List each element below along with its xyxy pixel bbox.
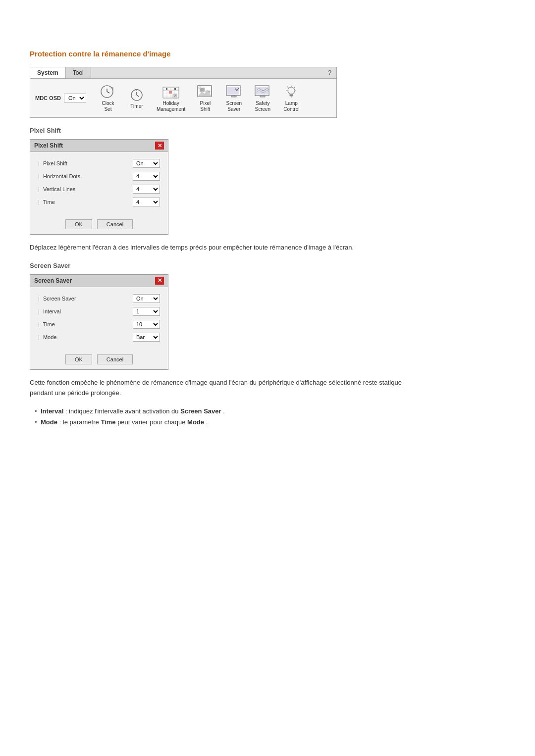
- toolbar-item-screen-saver[interactable]: Screen Saver: [220, 82, 248, 114]
- screen-saver-icon: [225, 84, 243, 100]
- screen-saver-row-3: | Mode BarPixelFading: [38, 333, 160, 342]
- pixel-shift-dialog-title: Pixel Shift: [34, 142, 63, 149]
- svg-rect-17: [174, 88, 176, 90]
- screen-saver-header: Screen Saver: [30, 262, 505, 269]
- bullet-mode: Mode : le paramètre Time peut varier pou…: [35, 417, 505, 428]
- pixel-shift-row-2: | Vertical Lines 426: [38, 185, 160, 194]
- toolbar-item-safety-screen[interactable]: Safety Screen: [249, 82, 276, 114]
- screen-saver-row-2-dropdown[interactable]: 10515: [133, 320, 160, 329]
- pixel-shift-row-0-label: | Pixel Shift: [38, 160, 133, 166]
- pixel-shift-ok-button[interactable]: OK: [65, 219, 92, 229]
- clock-set-label: Clock Set: [102, 101, 114, 112]
- screen-saver-row-3-label: | Mode: [38, 334, 133, 340]
- screen-saver-titlebar: Screen Saver ✕: [30, 275, 168, 287]
- svg-line-5: [137, 95, 139, 97]
- svg-rect-32: [231, 96, 236, 97]
- svg-rect-15: [169, 91, 172, 94]
- screen-saver-row-0-label: | Screen Saver: [38, 296, 133, 302]
- timer-label: Timer: [130, 103, 143, 109]
- bullet-mode-bold: Mode: [41, 418, 57, 426]
- bullet-mode-text: : le paramètre: [59, 418, 101, 426]
- svg-rect-16: [166, 88, 167, 90]
- help-icon[interactable]: ?: [323, 67, 336, 78]
- pixel-shift-label: Pixel Shift: [200, 101, 211, 112]
- bullet-mode-highlight-time: Time: [101, 418, 115, 426]
- safety-screen-icon: [254, 84, 271, 100]
- screen-saver-row-1: | Interval 123: [38, 307, 160, 316]
- svg-line-40: [287, 87, 288, 88]
- screen-saver-cancel-button[interactable]: Cancel: [97, 354, 133, 364]
- pixel-shift-row-2-dropdown[interactable]: 426: [133, 185, 160, 194]
- bullet-interval-suffix: .: [223, 407, 225, 415]
- pixel-shift-footer: OK Cancel: [30, 215, 168, 234]
- pixel-shift-titlebar: Pixel Shift ✕: [30, 140, 168, 152]
- screen-saver-row-1-label: | Interval: [38, 308, 133, 314]
- page-title: Protection contre la rémanence d'image: [30, 50, 505, 58]
- tab-system[interactable]: System: [30, 67, 66, 78]
- svg-rect-35: [260, 96, 265, 97]
- lamp-control-label: Lamp Control: [283, 101, 299, 112]
- holiday-label: Holiday Management: [157, 101, 185, 112]
- lamp-control-icon: [282, 84, 300, 100]
- svg-line-38: [294, 87, 295, 88]
- svg-rect-43: [290, 95, 293, 96]
- pixel-shift-header: Pixel Shift: [30, 127, 505, 134]
- pixel-shift-row-3-dropdown[interactable]: 426: [133, 198, 160, 206]
- screen-saver-ok-button[interactable]: OK: [65, 354, 92, 364]
- screen-saver-row-1-dropdown[interactable]: 123: [133, 307, 160, 316]
- screen-saver-row-0-dropdown[interactable]: OnOff: [133, 294, 160, 303]
- svg-rect-30: [227, 87, 239, 95]
- tab-tool[interactable]: Tool: [66, 67, 91, 78]
- screen-saver-row-3-dropdown[interactable]: BarPixelFading: [133, 333, 160, 342]
- pixel-shift-row-1-dropdown[interactable]: 426: [133, 172, 160, 181]
- bullet-interval-text: : indiquez l'intervalle avant activation…: [65, 407, 180, 415]
- pixel-shift-body: | Pixel Shift OnOff | Horizontal Dots 42…: [30, 152, 168, 215]
- pixel-shift-row-0-dropdown[interactable]: OnOff: [133, 159, 160, 168]
- svg-point-36: [288, 87, 295, 94]
- bullet-interval-bold: Interval: [41, 407, 63, 415]
- mdc-window: System Tool ? MDC OSD On Off Clock Set: [30, 67, 337, 118]
- screen-saver-footer: OK Cancel: [30, 351, 168, 369]
- screen-saver-close-button[interactable]: ✕: [155, 277, 164, 285]
- pixel-shift-dialog: Pixel Shift ✕ | Pixel Shift OnOff | Hori…: [30, 139, 168, 235]
- pixel-shift-row-3: | Time 426: [38, 198, 160, 206]
- svg-line-2: [107, 92, 109, 93]
- screen-saver-dialog-title: Screen Saver: [34, 277, 72, 284]
- pixel-shift-row-1: | Horizontal Dots 426: [38, 172, 160, 181]
- screen-saver-row-2-label: | Time: [38, 321, 133, 327]
- bullet-mode-text2: peut varier pour chaque: [117, 418, 187, 426]
- pixel-shift-icon: [196, 84, 214, 100]
- screen-saver-row-0: | Screen Saver OnOff: [38, 294, 160, 303]
- svg-rect-27: [199, 87, 201, 89]
- pixel-shift-row-0: | Pixel Shift OnOff: [38, 159, 160, 168]
- toolbar-item-timer[interactable]: Timer: [123, 85, 151, 111]
- pixel-shift-row-2-label: | Vertical Lines: [38, 186, 133, 192]
- screen-saver-label: Screen Saver: [226, 101, 242, 112]
- tab-bar: System Tool ?: [30, 67, 336, 79]
- pixel-shift-row-3-label: | Time: [38, 199, 133, 205]
- bullet-mode-highlight-mode: Mode: [187, 418, 204, 426]
- screen-saver-row-2: | Time 10515: [38, 320, 160, 329]
- bullet-mode-suffix: .: [206, 418, 208, 426]
- clock-set-icon: [99, 84, 117, 100]
- bullet-interval: Interval : indiquez l'intervalle avant a…: [35, 406, 505, 417]
- screen-saver-bullets: Interval : indiquez l'intervalle avant a…: [30, 406, 505, 428]
- screen-saver-body: | Screen Saver OnOff | Interval 123 | Ti…: [30, 287, 168, 351]
- holiday-icon: [162, 84, 180, 100]
- mdc-osd-label: MDC OSD: [35, 95, 61, 101]
- screen-saver-description: Cette fonction empêche le phénomène de r…: [30, 378, 416, 399]
- toolbar: MDC OSD On Off Clock Set: [30, 79, 336, 117]
- toolbar-item-clock-set[interactable]: Clock Set: [94, 82, 122, 114]
- toolbar-item-lamp-control[interactable]: Lamp Control: [277, 82, 305, 114]
- pixel-shift-close-button[interactable]: ✕: [155, 142, 164, 150]
- mdc-osd-dropdown[interactable]: On Off: [64, 94, 86, 102]
- bullet-interval-highlight: Screen Saver: [180, 407, 221, 415]
- pixel-shift-row-1-label: | Horizontal Dots: [38, 173, 133, 179]
- screen-saver-dialog: Screen Saver ✕ | Screen Saver OnOff | In…: [30, 274, 168, 370]
- toolbar-item-pixel-shift[interactable]: Pixel Shift: [191, 82, 219, 114]
- safety-screen-label: Safety Screen: [255, 101, 270, 112]
- timer-icon: [128, 87, 146, 102]
- pixel-shift-cancel-button[interactable]: Cancel: [97, 219, 133, 229]
- toolbar-item-holiday[interactable]: Holiday Management: [152, 82, 190, 114]
- pixel-shift-description: Déplacez légèrement l'écran à des interv…: [30, 243, 416, 253]
